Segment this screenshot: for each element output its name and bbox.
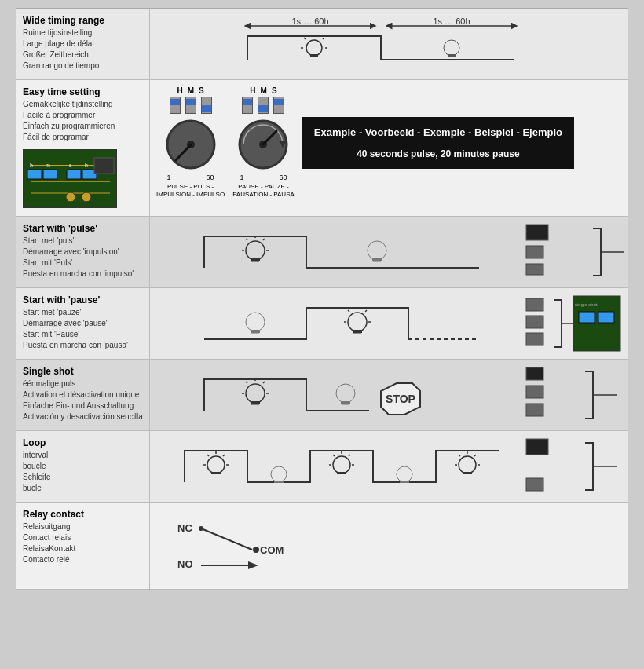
svg-line-103 [349,455,350,456]
start-pulse-label-col: Start with 'pulse' Start met 'puls' Déma… [16,217,150,287]
svg-line-76 [246,382,247,383]
svg-rect-30 [94,158,114,174]
main-container: Wide timing range Ruime tijdsinstelling … [16,8,628,590]
svg-line-40 [246,239,247,240]
single-shot-title: Single shot [23,366,143,377]
loop-right [518,431,628,502]
pulse-dial-group: H M S 1 [156,86,225,199]
svg-text:h: h [85,163,88,168]
svg-text:NO: NO [177,558,193,570]
pause-caption: PAUSE - PAUZE -PAUSATION - PAUSA [232,183,295,199]
easy-title: Easy time setting [23,86,143,97]
single-shot-diagram: STOP [188,364,479,426]
svg-line-59 [348,310,349,312]
relay-diagram: NC COM NO [174,514,331,577]
relay-content: NC COM NO [150,503,628,589]
svg-line-112 [474,455,476,456]
svg-rect-97 [211,472,221,474]
svg-rect-20 [43,170,57,179]
svg-point-57 [348,313,367,331]
easy-inner: H M S 1 [156,86,621,199]
svg-rect-69 [579,312,595,323]
start-pulse-title: Start with 'pulse' [23,223,143,234]
start-pulse-subs: Start met 'puls' Démarrage avec 'impulsi… [23,236,143,280]
slider-m1[interactable] [185,97,196,114]
svg-line-111 [459,455,460,456]
loop-section: Loop interval boucle Schleife bucle [16,431,628,503]
svg-rect-115 [463,472,472,474]
start-pause-title: Start with 'pause' [23,294,143,305]
svg-point-74 [246,384,265,403]
svg-rect-116 [526,439,548,455]
timing-diagram: 1s … 60h 1s … 60h [224,16,554,71]
svg-point-109 [459,456,476,473]
svg-text:m: m [46,163,50,168]
svg-point-82 [336,384,355,403]
start-pause-subs: Start met 'pauze' Démarrage avec 'pause'… [23,307,143,351]
svg-rect-51 [526,264,543,275]
start-pulse-right [518,217,628,287]
svg-rect-63 [353,330,362,333]
start-pulse-content [150,217,518,287]
loop-switch-diagram [522,435,624,498]
svg-rect-21 [67,170,81,179]
svg-line-6 [304,38,306,39]
svg-line-7 [323,38,324,39]
svg-point-123 [253,547,259,553]
timing-section: Wide timing range Ruime tijdsinstelling … [16,9,628,80]
start-pause-switch-diagram: single shot [522,292,624,355]
svg-point-46 [368,241,386,260]
svg-point-107 [397,466,412,482]
slider-s1[interactable] [201,97,212,114]
relay-subs: Relaisuitgang Contact relais RelaisaKont… [23,521,143,565]
easy-subs: Gemakkelijke tijdinstelling Facile à pro… [23,99,143,143]
svg-text:h: h [30,163,33,168]
svg-rect-99 [274,481,284,483]
svg-point-91 [207,456,225,473]
relay-section: Relay contact Relaisuitgang Contact rela… [16,503,628,590]
single-shot-right [518,360,628,430]
svg-rect-117 [526,478,543,491]
svg-line-102 [333,455,335,456]
svg-rect-66 [526,316,543,328]
pulse-caption: PULSE - PULS -IMPULSION - IMPULSO [156,183,225,199]
slider-s2[interactable] [273,97,284,114]
start-pause-content [150,288,518,359]
single-shot-label-col: Single shot éénmalige puls Activation et… [16,360,150,430]
svg-point-38 [246,241,265,260]
single-shot-switch-diagram [522,364,624,426]
start-pulse-diagram [188,221,479,283]
svg-point-4 [306,40,322,56]
svg-rect-19 [27,170,42,179]
easy-content: H M S 1 [150,80,628,216]
timing-title: Wide timing range [23,15,143,26]
start-pause-label-col: Start with 'pause' Start met 'pauze' Dém… [16,288,150,359]
slider-h2[interactable] [242,97,253,114]
svg-text:STOP: STOP [386,393,415,405]
svg-point-28 [66,192,75,202]
slider-h1[interactable] [170,97,181,114]
loop-label-col: Loop interval boucle Schleife bucle [16,431,150,502]
relay-label-col: Relay contact Relaisuitgang Contact rela… [16,503,150,589]
svg-rect-106 [337,472,346,474]
svg-text:1s … 60h: 1s … 60h [291,16,328,26]
svg-rect-67 [526,333,543,345]
pulse-dial[interactable] [163,117,218,172]
svg-marker-126 [248,561,258,569]
single-shot-content: STOP [150,360,518,430]
svg-rect-108 [400,481,409,483]
svg-line-93 [207,455,209,456]
svg-rect-65 [526,298,543,311]
svg-line-94 [223,455,225,456]
svg-point-29 [82,192,91,202]
timing-subs: Ruime tijdsinstelling Large plage de dél… [23,27,143,71]
start-pause-diagram [188,292,479,355]
loop-content [150,431,518,502]
svg-rect-55 [251,330,260,333]
svg-line-60 [365,310,367,312]
slider-m2[interactable] [258,97,269,114]
pause-dial[interactable] [236,117,291,172]
example-title: Example - Voorbeeld - Exemple - Beispiel… [314,125,562,141]
svg-rect-87 [526,367,543,380]
svg-rect-83 [341,401,350,404]
